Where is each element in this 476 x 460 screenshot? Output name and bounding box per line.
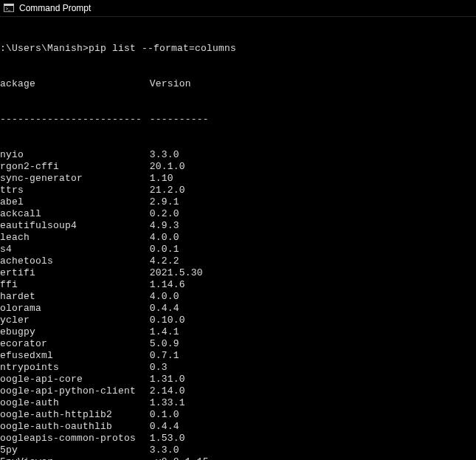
- package-version: 0.4.4: [150, 421, 476, 433]
- package-version: 4.0.0: [150, 232, 476, 244]
- header-package: ackage: [0, 78, 150, 90]
- package-version: 20.1.0: [150, 161, 476, 173]
- package-version: 4.2.2: [150, 255, 476, 267]
- window-title: Command Prompt: [19, 3, 91, 13]
- package-version: 1.31.0: [150, 374, 476, 385]
- package-version: 2021.5.30: [150, 267, 476, 279]
- package-version: 3.3.0: [150, 444, 476, 456]
- terminal-output[interactable]: :\Users\Manish>pip list --format=columns…: [0, 17, 476, 460]
- package-name: hardet: [0, 291, 150, 303]
- package-name: ntrypoints: [0, 362, 150, 374]
- package-name: s4: [0, 244, 150, 255]
- package-row: olorama0.4.4: [0, 303, 476, 315]
- package-version: 0.4.4: [150, 303, 476, 315]
- package-version: 5.0.9: [150, 338, 476, 350]
- package-name: rgon2-cffi: [0, 161, 150, 173]
- package-version: 4.9.3: [150, 220, 476, 232]
- package-row: 5py3.3.0: [0, 444, 476, 456]
- package-row: ycler0.10.0: [0, 315, 476, 326]
- package-name: oogle-api-core: [0, 374, 150, 385]
- prompt-path: :\Users\Manish>: [0, 43, 89, 55]
- package-name: ycler: [0, 315, 150, 326]
- package-version: 1.10: [150, 173, 476, 185]
- package-name: ackcall: [0, 208, 150, 220]
- package-row: 5pyViewer-v0.0.1.15: [0, 456, 476, 460]
- package-row: ffi1.14.6: [0, 279, 476, 291]
- package-row: ebugpy1.4.1: [0, 326, 476, 338]
- package-name: nyio: [0, 149, 150, 161]
- package-name: 5py: [0, 444, 150, 456]
- package-row: nyio3.3.0: [0, 149, 476, 161]
- package-version: 1.14.6: [150, 279, 476, 291]
- package-row: oogleapis-common-protos1.53.0: [0, 433, 476, 444]
- prompt-line: :\Users\Manish>pip list --format=columns: [0, 43, 476, 55]
- package-row: ackcall0.2.0: [0, 208, 476, 220]
- package-row: efusedxml0.7.1: [0, 350, 476, 362]
- package-name: olorama: [0, 303, 150, 315]
- package-name: oogle-auth-httplib2: [0, 409, 150, 421]
- package-version: 1.33.1: [150, 397, 476, 409]
- package-version: 21.2.0: [150, 185, 476, 196]
- package-row: oogle-auth-httplib20.1.0: [0, 409, 476, 421]
- package-version: 2.14.0: [150, 385, 476, 397]
- package-version: 2.9.1: [150, 196, 476, 208]
- package-version: 0.3: [150, 362, 476, 374]
- package-row: oogle-auth1.33.1: [0, 397, 476, 409]
- package-row: oogle-api-core1.31.0: [0, 374, 476, 385]
- package-name: achetools: [0, 255, 150, 267]
- package-version: 1.53.0: [150, 433, 476, 444]
- svg-rect-1: [4, 4, 13, 6]
- package-row: oogle-auth-oauthlib0.4.4: [0, 421, 476, 433]
- separator-package: ------------------------: [0, 114, 150, 126]
- header-row: ackageVersion: [0, 78, 476, 90]
- window-titlebar[interactable]: >_ Command Prompt: [0, 0, 476, 17]
- package-row: ertifi2021.5.30: [0, 267, 476, 279]
- package-version: 4.0.0: [150, 291, 476, 303]
- package-name: 5pyViewer: [0, 456, 150, 460]
- package-row: ntrypoints0.3: [0, 362, 476, 374]
- package-version: 0.10.0: [150, 315, 476, 326]
- prompt-command: pip list --format=columns: [89, 43, 236, 55]
- package-row: abel2.9.1: [0, 196, 476, 208]
- package-row: ttrs21.2.0: [0, 185, 476, 196]
- package-name: oogle-auth-oauthlib: [0, 421, 150, 433]
- package-row: rgon2-cffi20.1.0: [0, 161, 476, 173]
- package-name: ffi: [0, 279, 150, 291]
- svg-text:>_: >_: [6, 7, 11, 11]
- package-version: 1.4.1: [150, 326, 476, 338]
- cmd-icon: >_: [3, 2, 15, 14]
- package-name: oogle-api-python-client: [0, 385, 150, 397]
- package-version: 0.2.0: [150, 208, 476, 220]
- header-version: Version: [150, 78, 476, 90]
- package-version: -v0.0.1.15: [150, 456, 476, 460]
- package-name: ttrs: [0, 185, 150, 196]
- package-version: 0.7.1: [150, 350, 476, 362]
- package-row: eautifulsoup44.9.3: [0, 220, 476, 232]
- package-row: achetools4.2.2: [0, 255, 476, 267]
- package-name: ecorator: [0, 338, 150, 350]
- package-name: eautifulsoup4: [0, 220, 150, 232]
- package-name: leach: [0, 232, 150, 244]
- package-name: ebugpy: [0, 326, 150, 338]
- package-name: sync-generator: [0, 173, 150, 185]
- separator-row: ----------------------------------: [0, 114, 476, 126]
- package-name: ertifi: [0, 267, 150, 279]
- package-name: efusedxml: [0, 350, 150, 362]
- separator-version: ----------: [150, 114, 476, 126]
- package-version: 0.0.1: [150, 244, 476, 255]
- package-row: s40.0.1: [0, 244, 476, 255]
- package-row: hardet4.0.0: [0, 291, 476, 303]
- package-row: ecorator5.0.9: [0, 338, 476, 350]
- package-name: oogle-auth: [0, 397, 150, 409]
- package-row: oogle-api-python-client2.14.0: [0, 385, 476, 397]
- package-row: sync-generator1.10: [0, 173, 476, 185]
- package-version: 3.3.0: [150, 149, 476, 161]
- package-version: 0.1.0: [150, 409, 476, 421]
- package-name: oogleapis-common-protos: [0, 433, 150, 444]
- package-name: abel: [0, 196, 150, 208]
- package-row: leach4.0.0: [0, 232, 476, 244]
